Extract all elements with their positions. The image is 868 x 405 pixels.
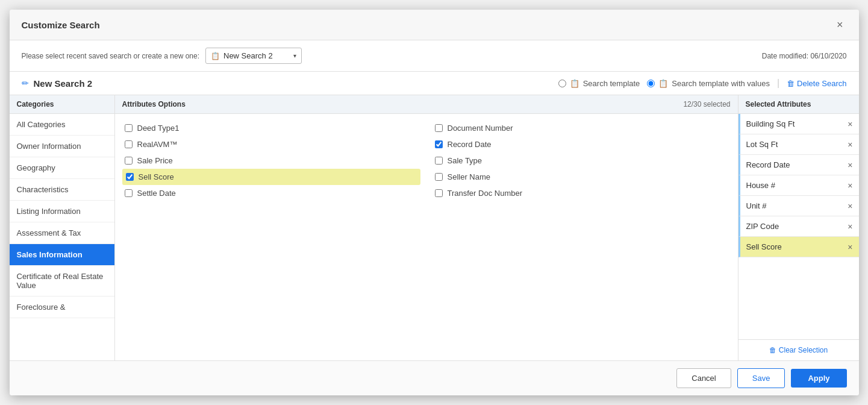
save-button[interactable]: Save xyxy=(737,368,785,388)
selected-item-label: House # xyxy=(746,181,775,190)
attributes-col2: Document Number Record Date Sale Type xyxy=(432,120,731,201)
chevron-down-icon: ▾ xyxy=(293,52,296,59)
attribute-transfer-doc-number[interactable]: Transfer Doc Number xyxy=(432,185,731,201)
selected-item-zip-code: ZIP Code × xyxy=(738,216,859,237)
apply-button[interactable]: Apply xyxy=(791,369,846,388)
selected-attributes-list: Building Sq Ft × Lot Sq Ft × Record Date… xyxy=(738,114,859,339)
trash-icon: 🗑 xyxy=(787,79,795,88)
search-name-bar: ✏ New Search 2 📋 Search template 📋 Searc… xyxy=(10,72,859,95)
remove-zip-code-button[interactable]: × xyxy=(848,222,852,231)
attribute-label-record-date: Record Date xyxy=(448,140,492,149)
modal-overlay: Customize Search × Please select recent … xyxy=(0,0,868,405)
remove-record-date-button[interactable]: × xyxy=(848,161,852,169)
radio-template-values-label: Search template with values xyxy=(672,79,770,88)
attributes-panel: Attributes Options 12/30 selected Deed T… xyxy=(115,95,738,360)
selected-item-sell-score: Sell Score × xyxy=(738,237,859,257)
attribute-record-date[interactable]: Record Date xyxy=(432,136,731,152)
attribute-sale-price[interactable]: Sale Price xyxy=(122,152,420,169)
attribute-seller-name[interactable]: Seller Name xyxy=(432,169,731,185)
selected-item-record-date: Record Date × xyxy=(738,155,859,175)
modal-title: Customize Search xyxy=(22,20,100,30)
search-name-heading: New Search 2 xyxy=(34,78,93,89)
attribute-label-transfer-doc-number: Transfer Doc Number xyxy=(448,189,523,198)
template-icon: 📋 xyxy=(570,79,579,88)
attribute-label-document-number: Document Number xyxy=(448,124,513,133)
category-item-geography[interactable]: Geography xyxy=(10,157,114,179)
search-selector-label: Please select recent saved search or cre… xyxy=(22,52,200,60)
clear-selection-label: Clear Selection xyxy=(779,346,828,354)
category-item-characteristics[interactable]: Characteristics xyxy=(10,179,114,201)
categories-panel: Categories All Categories Owner Informat… xyxy=(10,95,115,360)
category-item-assessment-tax[interactable]: Assessment & Tax xyxy=(10,222,114,244)
radio-template-input[interactable] xyxy=(558,80,566,87)
selected-item-label: Unit # xyxy=(746,201,767,210)
template-values-icon: 📋 xyxy=(658,79,668,88)
search-dropdown-icon: 📋 xyxy=(211,52,220,60)
attribute-deed-type1[interactable]: Deed Type1 xyxy=(122,120,420,136)
search-selector: Please select recent saved search or cre… xyxy=(22,48,302,64)
checkbox-record-date[interactable] xyxy=(435,140,443,148)
attributes-col1: Deed Type1 RealAVM™ Sale Price Sell xyxy=(122,120,420,201)
clear-selection-button[interactable]: 🗑 Clear Selection xyxy=(769,346,828,354)
radio-search-template-values[interactable]: 📋 Search template with values xyxy=(647,79,770,88)
attribute-label-sale-type: Sale Type xyxy=(448,156,482,165)
category-item-owner-information[interactable]: Owner Information xyxy=(10,136,114,157)
search-dropdown[interactable]: 📋 New Search 2 ▾ xyxy=(205,48,302,64)
remove-house-number-button[interactable]: × xyxy=(848,181,852,190)
selected-attributes-header: Selected Attributes xyxy=(738,95,859,114)
category-item-sales-information[interactable]: Sales Information xyxy=(10,244,114,266)
checkbox-seller-name[interactable] xyxy=(435,173,443,181)
attribute-label-sell-score: Sell Score xyxy=(139,172,174,181)
remove-sell-score-button[interactable]: × xyxy=(848,243,852,251)
checkbox-transfer-doc-number[interactable] xyxy=(435,189,443,197)
cancel-button[interactable]: Cancel xyxy=(676,368,731,388)
selected-attributes-footer: 🗑 Clear Selection xyxy=(738,339,859,360)
attribute-realavm[interactable]: RealAVM™ xyxy=(122,136,420,152)
checkbox-document-number[interactable] xyxy=(435,124,443,132)
category-item-foreclosure[interactable]: Foreclosure & xyxy=(10,297,114,318)
checkbox-sale-type[interactable] xyxy=(435,157,443,165)
attribute-label-settle-date: Settle Date xyxy=(137,189,176,198)
modal-subheader: Please select recent saved search or cre… xyxy=(10,40,859,72)
attributes-count: 12/30 selected xyxy=(683,100,730,108)
customize-search-modal: Customize Search × Please select recent … xyxy=(10,10,859,395)
search-dropdown-text: New Search 2 xyxy=(223,51,290,60)
attribute-document-number[interactable]: Document Number xyxy=(432,120,731,136)
modal-body: Categories All Categories Owner Informat… xyxy=(10,95,859,360)
category-item-certificate[interactable]: Certificate of Real Estate Value xyxy=(10,266,114,297)
attribute-label-deed-type1: Deed Type1 xyxy=(137,124,180,133)
category-item-all-categories[interactable]: All Categories xyxy=(10,114,114,136)
checkbox-deed-type1[interactable] xyxy=(125,124,133,132)
checkbox-settle-date[interactable] xyxy=(125,189,133,197)
checkbox-sale-price[interactable] xyxy=(125,157,133,165)
attributes-header-title: Attributes Options xyxy=(122,100,186,108)
edit-icon: ✏ xyxy=(22,78,29,88)
trash-clear-icon: 🗑 xyxy=(769,346,776,354)
radio-template-label: Search template xyxy=(583,79,640,88)
delete-search-label: Delete Search xyxy=(797,79,846,88)
attributes-grid: Deed Type1 RealAVM™ Sale Price Sell xyxy=(115,114,738,207)
radio-search-template[interactable]: 📋 Search template xyxy=(558,79,640,88)
remove-building-sq-ft-button[interactable]: × xyxy=(848,120,852,128)
checkbox-realavm[interactable] xyxy=(125,140,133,148)
search-name-right: 📋 Search template 📋 Search template with… xyxy=(558,78,847,89)
checkbox-sell-score[interactable] xyxy=(126,173,134,181)
attribute-sale-type[interactable]: Sale Type xyxy=(432,152,731,169)
modal-header: Customize Search × xyxy=(10,10,859,40)
selected-item-label: Sell Score xyxy=(746,242,782,251)
attribute-settle-date[interactable]: Settle Date xyxy=(122,185,420,201)
selected-item-house-number: House # × xyxy=(738,175,859,196)
selected-item-label: Lot Sq Ft xyxy=(746,140,778,149)
remove-unit-number-button[interactable]: × xyxy=(848,202,852,210)
category-item-listing-information[interactable]: Listing Information xyxy=(10,201,114,222)
attribute-label-realavm: RealAVM™ xyxy=(137,140,178,149)
remove-lot-sq-ft-button[interactable]: × xyxy=(848,140,852,149)
categories-header: Categories xyxy=(10,95,114,114)
modal-footer: Cancel Save Apply xyxy=(10,360,859,395)
radio-template-values-input[interactable] xyxy=(647,80,655,87)
divider: | xyxy=(777,78,779,89)
selected-attributes-panel: Selected Attributes Building Sq Ft × Lot… xyxy=(738,95,859,360)
close-button[interactable]: × xyxy=(833,18,847,31)
attribute-sell-score[interactable]: Sell Score xyxy=(122,169,420,185)
delete-search-button[interactable]: 🗑 Delete Search xyxy=(787,79,846,88)
